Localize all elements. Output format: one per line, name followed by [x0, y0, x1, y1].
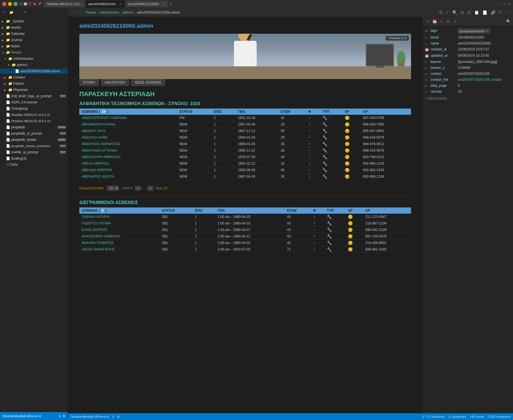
edit-icon[interactable]: ✎	[498, 9, 503, 15]
info-icon[interactable]: ℹ	[59, 414, 60, 418]
patient-name-cell[interactable]: ΓΑΔΙΩΤΟΥ ΛΑΤΙΦΑ	[79, 220, 160, 227]
sidebar-item-notes[interactable]: ▶ 📁 Notes	[0, 43, 68, 49]
add-tab-button[interactable]: +	[169, 1, 174, 7]
status-properties[interactable]: 11 properties	[448, 415, 466, 419]
sidebar-item-contact[interactable]: ▶ 📁 Contact	[0, 74, 68, 80]
expand-icon[interactable]: ⤢	[444, 9, 450, 15]
close-window-icon[interactable]	[2, 2, 6, 6]
props-icon-3[interactable]: ≡	[439, 19, 444, 24]
pagination-prev-button[interactable]: ⇐	[135, 186, 141, 191]
tab-phys[interactable]: phys20240622120000... ✕	[125, 1, 168, 7]
ar-cell: 214-456-8901	[363, 240, 411, 246]
breadcrumb-admin1[interactable]: admin1	[123, 10, 134, 14]
patient-name-cell[interactable]: ΑΒΔΟΥΛΑ ΑΛΜΑ	[79, 134, 177, 141]
breadcrumb-administrator[interactable]: Administrator	[99, 10, 120, 14]
patient-name-cell[interactable]: ΑΒΔΙΚΟΥ ΑΛΥΑ	[79, 128, 177, 134]
table-row: ΑΒΔΙΚΟΥ ΑΛΥΑ NEW 1 1967-11-12 56 ♀ 🔧 😊 6…	[79, 128, 411, 134]
sidebar-item-journal[interactable]: ▶ 📁 Journal	[0, 37, 68, 43]
minimize-window-icon[interactable]	[8, 2, 12, 6]
pagination-size-select[interactable]: 102050	[107, 186, 119, 191]
more-icon[interactable]: ⋯	[505, 9, 511, 15]
doc-icon[interactable]: 📄	[481, 9, 488, 15]
neos-asthenis-button[interactable]: ΝΕΟΣ ΑΣΘΕΝΗΣ	[131, 79, 165, 86]
settings-icon[interactable]: ⚙	[63, 414, 65, 418]
status-info-icon[interactable]: ℹ	[112, 415, 114, 419]
sidebar-item-peopledb-ai[interactable]: 📄 peopledb_ai_prompt TXT	[0, 130, 68, 137]
anazitisi-button[interactable]: ΑΝΑΖΗΤΗΣΗ	[101, 79, 129, 86]
grid-icon[interactable]: ⊞	[459, 9, 465, 15]
status-chars: 2,026 characters	[488, 415, 511, 419]
back-button[interactable]: ←	[70, 10, 76, 15]
link-icon[interactable]: 🔗	[489, 9, 497, 15]
collapse-icon[interactable]: ✕	[22, 10, 28, 15]
minimize-icon[interactable]: ─	[499, 2, 501, 6]
patient-name-cell[interactable]: ΑΒΕΝΑΡΙΟΣ ΑΕΛΙΤΑ	[79, 173, 177, 180]
sidebar-item-changelog[interactable]: 📄 Changelog	[0, 105, 68, 112]
typ-cell: 🔧	[320, 160, 342, 167]
forward-button[interactable]: →	[78, 10, 84, 15]
sidebar-item-peopledb-names[interactable]: 📄 peopledb_names_surnames TXT	[0, 143, 68, 149]
prop-tag-value[interactable]: type/people/admin ✕	[458, 29, 490, 33]
sidebar-item-calendar[interactable]: ▶ 📁 Calendar	[0, 31, 68, 37]
sidebar-item-people[interactable]: ▼ 📁 People	[0, 49, 68, 56]
status-right: 🔗 0 2 backlinks 11 properties 243 words …	[422, 415, 511, 419]
props-icon-1[interactable]: ≡	[425, 19, 431, 24]
props-icon-4[interactable]: ☰	[445, 19, 451, 24]
props-search-icon[interactable]: 🔍	[506, 19, 511, 24]
tab-adm[interactable]: adm202406262100... ✕	[86, 1, 125, 7]
sidebar-item-administrator[interactable]: ▼ 📁 Administrator	[0, 56, 68, 62]
sidebar-item-peopledb-feeder[interactable]: 📄 peopledb_feeder JSON	[0, 137, 68, 143]
sidebar-item-physician[interactable]: ▶ 📁 Physician	[0, 87, 68, 93]
close-icon[interactable]: ✕	[508, 2, 511, 6]
epafi-button[interactable]: ΕΠΑΦΗ	[79, 79, 99, 86]
ar-cell: 694-678-9012	[361, 141, 411, 147]
sidebar-item-system[interactable]: ▶ 📁 _System	[0, 18, 68, 24]
new-folder-icon[interactable]: 📁	[8, 10, 14, 15]
restore-icon[interactable]: □	[504, 2, 506, 6]
pagination-next-button[interactable]: ⇒	[147, 186, 154, 191]
sidebar-item-adm-file[interactable]: 📄 adm20240626210000.admin	[0, 68, 68, 74]
sidebar-item-assets[interactable]: ▶ 📁 assets	[0, 24, 68, 31]
edit-icon[interactable]: ✏	[2, 10, 7, 15]
patient-name-cell[interactable]: ΑΒΕΛΙΔΗ ΑΜΕΡΣΙΑ	[79, 167, 177, 173]
patient-name-cell[interactable]: ΑΒΔΟΥΛΗΣ ΑΜΑΝΑΤΙΟΣ	[79, 141, 177, 147]
patient-name-cell[interactable]: ΑΒΕΚΛΟΥΡΗ ΑΜΒΡΟΣΙΑ	[79, 154, 177, 160]
copy-icon[interactable]: 📋	[473, 9, 480, 15]
search-content-icon[interactable]: 🔍	[451, 9, 458, 15]
prop-link-value[interactable]: con20240716201246.contact	[458, 78, 502, 82]
tab-adm-close[interactable]: ✕	[120, 2, 122, 5]
sidebar-item-agpl[interactable]: 📄 AGPL-3.0 license	[0, 99, 68, 105]
maximize-window-icon[interactable]	[14, 2, 18, 6]
minus-icon[interactable]: ⊟	[466, 9, 472, 15]
patient-name-cell[interactable]: ΕΛΙΑΣ ΔΑΙΠΠΟΣ	[79, 227, 160, 233]
patient-name-cell[interactable]: ΑΒΕΛΑ ΑΜΕΡΙΣΩ	[79, 160, 177, 167]
sidebar-item-medilig-el[interactable]: 📄 Obsidian MEDILIG v0.9.1.el	[0, 112, 68, 118]
props-icon-2[interactable]: 📅	[432, 19, 437, 24]
view-icon[interactable]: ⧉	[438, 9, 443, 15]
sidebar-item-patient[interactable]: ▶ 📁 Patient	[0, 80, 68, 87]
sort-icon[interactable]: ↑	[15, 10, 21, 15]
tab-phys-close[interactable]: ✕	[163, 2, 165, 5]
breadcrumb-people[interactable]: People	[86, 10, 96, 14]
patient-name-cell[interactable]: ΘΑΛΑΣΣΙΝΟΥ ΧΑΒΟΥΛΑ	[79, 233, 160, 240]
patient-name-cell[interactable]: ΓΑΒΑΝΗ ΛΑΓΑΡΙΑ	[79, 214, 160, 220]
status-settings-icon[interactable]: ⚙	[117, 415, 120, 419]
patient-name-cell[interactable]: ΑΒΔΟΥΛΙΔΗ ΑΓΓΕΛΙΚΑ	[79, 147, 177, 154]
sidebar-item-brain-logo[interactable]: 📄 2nd_brain_logo_ai_prompt TXT	[0, 93, 68, 99]
patient-name-cell[interactable]: ΑΒΑΗΜΙΩΤΗ ΑΛΤΑΝΑ	[79, 121, 177, 128]
patient-name-cell[interactable]: ΧΑΤΖΗ ΠΑΝΑΓΙΩΤΗΣ	[79, 246, 160, 253]
sidebar-item-peopledb[interactable]: 📄 peopledb JSON	[0, 124, 68, 130]
patient-name-cell[interactable]: ΦΑΚΑΡΗ ΠΟΘΗΤΟΣ	[79, 240, 160, 246]
gender-cell: ♀	[306, 154, 320, 160]
tab-obsidian[interactable]: Obsidian MEDILIG v0.9...	[44, 1, 85, 7]
sidebar-item-todo[interactable]: ☐ ToDo	[0, 162, 68, 168]
xr-cell: 😊	[342, 173, 361, 180]
patient-name-cell[interactable]: ΑΒΔΕΛΟΠΟΥΛΟΥ ΛΑΜΠΑΝΑ	[79, 115, 177, 121]
props-icon-5[interactable]: ∞	[452, 19, 458, 24]
sidebar-item-rewrite-ai[interactable]: 📄 rewrite_ai_prompt TXT	[0, 149, 68, 155]
status-backlinks[interactable]: 🔗 0 2 backlinks	[422, 415, 445, 419]
add-property-button[interactable]: + Add property	[423, 95, 513, 102]
sidebar-item-admin1[interactable]: ▼ 📁 admin1	[0, 62, 68, 68]
sidebar-item-scalingup[interactable]: 📄 ScalingUp	[0, 155, 68, 162]
sidebar-item-medilig-en[interactable]: 📄 Obsidian MEDILIG v0.9.1.en	[0, 118, 68, 124]
